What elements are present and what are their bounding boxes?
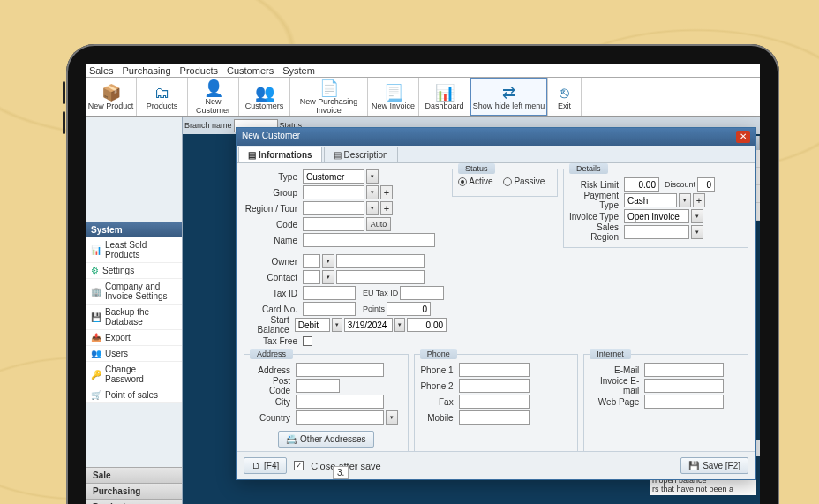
sidebar-header: System bbox=[86, 222, 182, 237]
paytype-field[interactable] bbox=[624, 193, 677, 207]
other-addresses-button[interactable]: 📇Other Addresses bbox=[278, 431, 373, 448]
cardno-label: Card No. bbox=[244, 305, 301, 314]
address-icon: 📇 bbox=[286, 434, 297, 444]
add-button[interactable]: + bbox=[380, 185, 393, 199]
auto-button[interactable]: Auto bbox=[366, 217, 391, 231]
paytype-label: Payment Type bbox=[569, 191, 622, 210]
add-button[interactable]: + bbox=[693, 193, 705, 207]
close-icon[interactable]: ✕ bbox=[736, 131, 750, 143]
mobile-field[interactable] bbox=[459, 410, 530, 425]
country-label: Country bbox=[250, 413, 294, 423]
sidebar-item-change-password[interactable]: 🔑Change Password bbox=[86, 362, 182, 387]
sidebar-item-company-settings[interactable]: 🏢Company and Invoice Settings bbox=[86, 279, 182, 305]
doc-icon: ▤ bbox=[248, 150, 256, 160]
invemail-field[interactable] bbox=[644, 379, 724, 393]
chevron-down-icon[interactable]: ▾ bbox=[394, 318, 405, 332]
name-field[interactable] bbox=[303, 233, 435, 247]
stray-field: 3. bbox=[333, 466, 349, 479]
side-tab-purchasing[interactable]: Purchasing bbox=[86, 483, 182, 499]
sidebar-item-label: Change Password bbox=[105, 365, 177, 384]
contact-field[interactable] bbox=[336, 270, 425, 284]
sidebar-item-settings[interactable]: ⚙Settings bbox=[86, 263, 182, 279]
box-plus-icon: 📦 bbox=[101, 84, 121, 102]
eutax-field[interactable] bbox=[400, 286, 444, 300]
risklimit-label: Risk Limit bbox=[569, 180, 622, 190]
internet-legend: Internet bbox=[590, 349, 631, 359]
webpage-field[interactable] bbox=[644, 395, 724, 409]
phone2-field[interactable] bbox=[459, 379, 530, 393]
active-label: Active bbox=[469, 177, 492, 186]
owner-prefix[interactable] bbox=[303, 254, 320, 268]
menu-products[interactable]: Products bbox=[180, 65, 218, 76]
chevron-down-icon[interactable]: ▾ bbox=[366, 169, 379, 184]
tool-new-invoice[interactable]: 📃New Invoice bbox=[368, 78, 419, 116]
tool-customers[interactable]: 👥Customers bbox=[239, 78, 290, 116]
sidebar-item-least-sold[interactable]: 📊Least Sold Products bbox=[86, 237, 182, 263]
company-icon: 🏢 bbox=[91, 287, 101, 297]
cardno-field[interactable] bbox=[303, 302, 356, 316]
city-field[interactable] bbox=[296, 395, 384, 409]
startbal-type[interactable] bbox=[295, 318, 330, 332]
chevron-down-icon[interactable]: ▾ bbox=[679, 193, 691, 207]
sidebar-item-export[interactable]: 📤Export bbox=[86, 330, 182, 346]
active-radio[interactable] bbox=[458, 177, 467, 186]
fax-field[interactable] bbox=[459, 395, 530, 409]
save-button[interactable]: 💾Save [F2] bbox=[680, 457, 748, 474]
country-field[interactable] bbox=[296, 410, 384, 425]
tool-new-customer[interactable]: 👤New Customer bbox=[188, 78, 239, 116]
points-label: Points bbox=[363, 305, 385, 313]
startbal-date[interactable] bbox=[344, 318, 393, 332]
email-field[interactable] bbox=[644, 363, 724, 377]
side-tab-sale[interactable]: Sale bbox=[86, 467, 182, 483]
chevron-down-icon[interactable]: ▾ bbox=[691, 209, 703, 223]
contact-prefix[interactable] bbox=[303, 270, 320, 284]
points-field[interactable] bbox=[387, 302, 431, 316]
chevron-down-icon[interactable]: ▾ bbox=[332, 318, 342, 332]
menu-sales[interactable]: Sales bbox=[89, 65, 114, 76]
taxid-field[interactable] bbox=[303, 286, 356, 300]
group-field[interactable] bbox=[303, 185, 364, 199]
invtype-field[interactable] bbox=[624, 209, 689, 223]
tool-dashboard[interactable]: 📊Dashboard bbox=[419, 78, 470, 116]
startbal-amount[interactable] bbox=[407, 318, 447, 332]
menu-purchasing[interactable]: Purchasing bbox=[123, 65, 171, 76]
code-field[interactable] bbox=[303, 217, 364, 231]
phone1-field[interactable] bbox=[459, 363, 530, 377]
chevron-down-icon[interactable]: ▾ bbox=[322, 254, 334, 268]
tab-description[interactable]: ▤Description bbox=[324, 147, 398, 162]
sidebar-item-pos[interactable]: 🛒Point of sales bbox=[86, 387, 182, 403]
discount-field[interactable] bbox=[697, 177, 715, 192]
risklimit-field[interactable] bbox=[624, 177, 659, 192]
add-button[interactable]: + bbox=[380, 201, 393, 215]
export-icon: 📤 bbox=[91, 333, 101, 342]
boxes-icon: 🗂 bbox=[154, 84, 170, 102]
chevron-down-icon[interactable]: ▾ bbox=[366, 185, 379, 199]
menu-system[interactable]: System bbox=[282, 65, 315, 76]
f4-button[interactable]: 🗋[F4] bbox=[244, 457, 287, 474]
tool-products[interactable]: 🗂Products bbox=[137, 78, 188, 116]
postcode-field[interactable] bbox=[296, 379, 340, 393]
type-field[interactable] bbox=[303, 169, 364, 184]
chevron-down-icon[interactable]: ▾ bbox=[386, 410, 398, 425]
side-tab-products[interactable]: Products bbox=[86, 499, 182, 504]
taxfree-checkbox[interactable] bbox=[303, 336, 312, 346]
tool-toggle-left-menu[interactable]: ⇄Show hide left menu bbox=[470, 78, 548, 116]
chevron-down-icon[interactable]: ▾ bbox=[366, 201, 379, 215]
menu-customers[interactable]: Customers bbox=[227, 65, 274, 76]
owner-field[interactable] bbox=[336, 254, 425, 268]
tool-exit[interactable]: ⎋Exit bbox=[548, 78, 582, 116]
sidebar-item-backup[interactable]: 💾Backup the Database bbox=[86, 305, 182, 330]
chevron-down-icon[interactable]: ▾ bbox=[322, 270, 334, 284]
address-field[interactable] bbox=[296, 363, 384, 377]
chart-icon: 📊 bbox=[91, 245, 101, 255]
fax-label: Fax bbox=[420, 397, 457, 407]
sidebar-item-users[interactable]: 👥Users bbox=[86, 346, 182, 362]
tab-informations[interactable]: ▤Informations bbox=[238, 147, 322, 162]
tool-new-purchasing-invoice[interactable]: 📄New Purchasing Invoice bbox=[290, 78, 368, 116]
chevron-down-icon[interactable]: ▾ bbox=[691, 225, 703, 239]
salesreg-field[interactable] bbox=[624, 225, 689, 239]
region-field[interactable] bbox=[303, 201, 364, 215]
close-after-save-checkbox[interactable] bbox=[294, 461, 304, 470]
passive-radio[interactable] bbox=[503, 177, 512, 186]
tool-new-product[interactable]: 📦New Product bbox=[86, 78, 137, 116]
